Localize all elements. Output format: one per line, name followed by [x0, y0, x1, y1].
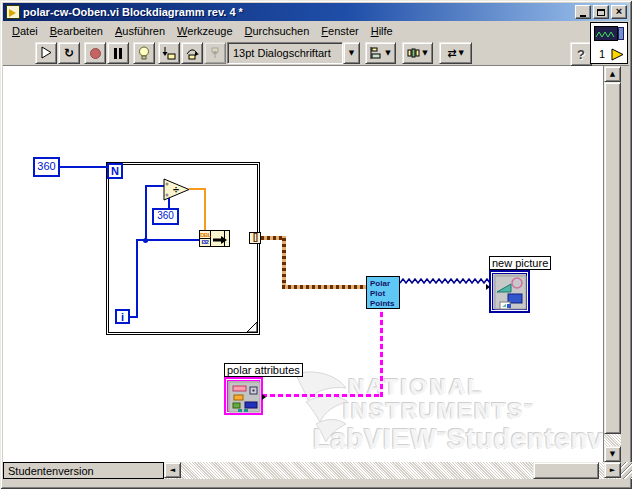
highlight-execution-button[interactable]: [133, 42, 155, 64]
scroll-up-button[interactable]: ▲: [604, 66, 621, 82]
dropdown-arrow-icon: ▼: [422, 50, 427, 57]
step-into-icon: [161, 45, 177, 61]
align-objects-button[interactable]: ▼: [365, 42, 396, 64]
new-picture-icon: [492, 273, 527, 310]
step-over-button[interactable]: [181, 42, 203, 64]
wire-picture-zigzag[interactable]: [400, 277, 490, 285]
wire-divide-out-v[interactable]: [204, 188, 206, 231]
wire-array-h2[interactable]: [282, 285, 367, 289]
edition-pane-label: Studentenversion: [3, 462, 164, 479]
polar-attributes-terminal[interactable]: [224, 377, 263, 415]
scroll-down-icon: ▼: [610, 451, 615, 458]
pause-button[interactable]: [107, 42, 129, 64]
help-icon: ?: [577, 47, 585, 62]
menu-hilfe[interactable]: Hilfe: [365, 24, 399, 38]
distribute-objects-button[interactable]: ▼: [402, 42, 433, 64]
font-selector-arrow[interactable]: ▼: [343, 42, 360, 64]
font-selector-value: 13pt Dialogschriftart: [233, 47, 331, 59]
maximize-icon: [597, 9, 605, 16]
continuous-run-icon: ↻: [64, 47, 74, 59]
wire-from-i[interactable]: [129, 316, 138, 318]
reorder-icon: ⇄: [447, 48, 456, 59]
menu-rest: atei: [20, 25, 38, 37]
horizontal-scrollbar[interactable]: Studentenversion ◄ ►: [3, 462, 629, 479]
horizontal-scroll-thumb[interactable]: [533, 462, 599, 479]
vertical-scroll-track[interactable]: [604, 434, 621, 446]
dropdown-arrow-icon: ▼: [385, 50, 390, 57]
distribute-objects-icon: [407, 47, 420, 59]
menu-durchsuchen[interactable]: Durchsuchen: [239, 24, 316, 38]
watermark-instruments: INSTRUMENTS™: [343, 398, 535, 424]
minimize-button[interactable]: [575, 5, 591, 19]
resize-grip[interactable]: [621, 462, 632, 479]
vi-run-badge[interactable]: 1: [590, 22, 628, 64]
menu-rest: enster: [328, 25, 359, 37]
menu-datei[interactable]: Datei: [6, 24, 44, 38]
step-out-button[interactable]: [204, 42, 226, 64]
minimize-icon: [580, 15, 586, 17]
bundle-node[interactable]: DBL I32: [199, 230, 230, 247]
wire-i-vertical[interactable]: [136, 239, 138, 317]
loop-count-terminal[interactable]: N: [107, 163, 123, 179]
wire-i-branch-vertical[interactable]: [145, 185, 147, 241]
polar-attributes-label[interactable]: polar attributes: [224, 363, 303, 377]
dropdown-arrow-icon: ▼: [349, 50, 354, 57]
vi-run-count: 1: [599, 48, 605, 60]
constant-360-inner[interactable]: 360: [152, 208, 179, 225]
loop-iteration-terminal[interactable]: i: [115, 309, 130, 324]
constant-360-outer[interactable]: 360: [33, 157, 60, 177]
window-right-border: [621, 66, 629, 462]
menu-rest: earbeiten: [57, 25, 103, 37]
scroll-down-button[interactable]: ▼: [604, 446, 621, 462]
polar-node-line2: Plot: [370, 289, 399, 299]
stop-icon: [90, 48, 101, 59]
reorder-objects-button[interactable]: ⇄ ▼: [439, 42, 472, 64]
step-out-icon: [207, 45, 223, 61]
bundle-arrow-icon: [213, 236, 228, 244]
close-button[interactable]: ×: [611, 5, 627, 19]
polar-plot-points-node[interactable]: Polar Plot Points: [366, 276, 400, 309]
loop-tunnel[interactable]: []: [249, 232, 261, 244]
menu-werkzeuge[interactable]: Werkzeuge: [171, 24, 238, 38]
loop-resize-fold: [247, 322, 258, 333]
scroll-left-icon: ◄: [170, 467, 175, 474]
polar-node-line1: Polar: [370, 279, 399, 289]
run-continuous-button[interactable]: ↻: [58, 42, 80, 64]
new-picture-terminal[interactable]: [489, 270, 530, 313]
polar-attributes-icon: [227, 380, 260, 412]
titlebar: polar-cw-Ooben.vi Blockdiagramm rev. 4 *…: [3, 3, 629, 21]
run-button[interactable]: [35, 42, 57, 64]
menu-bearbeiten[interactable]: Bearbeiten: [44, 24, 109, 38]
menu-fenster[interactable]: Fenster: [315, 24, 364, 38]
menubar: Datei Bearbeiten Ausführen Werkzeuge Dur…: [3, 22, 629, 40]
horizontal-scroll-track[interactable]: [181, 462, 533, 479]
step-into-button[interactable]: [158, 42, 180, 64]
wire-junction-dot: [143, 238, 148, 243]
font-selector[interactable]: 13pt Dialogschriftart: [227, 42, 343, 64]
menu-accel: B: [50, 25, 57, 37]
dropdown-arrow-icon: ▼: [458, 50, 463, 57]
close-icon: ×: [616, 6, 622, 17]
wire-attributes-v[interactable]: [380, 309, 383, 397]
block-diagram-canvas[interactable]: NATIONAL INSTRUMENTS™ LabVIEW™Studentenv…: [3, 66, 604, 462]
scroll-left-button[interactable]: ◄: [164, 462, 181, 478]
bundle-type-column: DBL I32: [200, 231, 211, 246]
window-bottom-border: [3, 479, 629, 486]
help-button[interactable]: ?: [570, 42, 592, 66]
menu-rest: urchsuchen: [252, 25, 309, 37]
abort-button[interactable]: [84, 42, 106, 64]
vertical-scrollbar[interactable]: ▲ ▼: [604, 66, 621, 462]
scroll-right-button[interactable]: ►: [604, 462, 621, 478]
pause-icon: [114, 48, 122, 59]
maximize-button[interactable]: [593, 5, 609, 19]
vi-run-arrow-icon: [611, 48, 625, 61]
menu-ausfuehren[interactable]: Ausführen: [109, 24, 171, 38]
wire-360-to-N[interactable]: [59, 166, 111, 168]
align-objects-icon: [370, 47, 383, 59]
input-nub-icon: [486, 284, 490, 290]
vertical-scroll-thumb[interactable]: [604, 82, 621, 434]
lightbulb-icon: [136, 45, 152, 61]
wire-array-v[interactable]: [282, 236, 286, 289]
new-picture-label[interactable]: new picture: [489, 256, 551, 270]
wire-attributes-h[interactable]: [262, 394, 383, 397]
